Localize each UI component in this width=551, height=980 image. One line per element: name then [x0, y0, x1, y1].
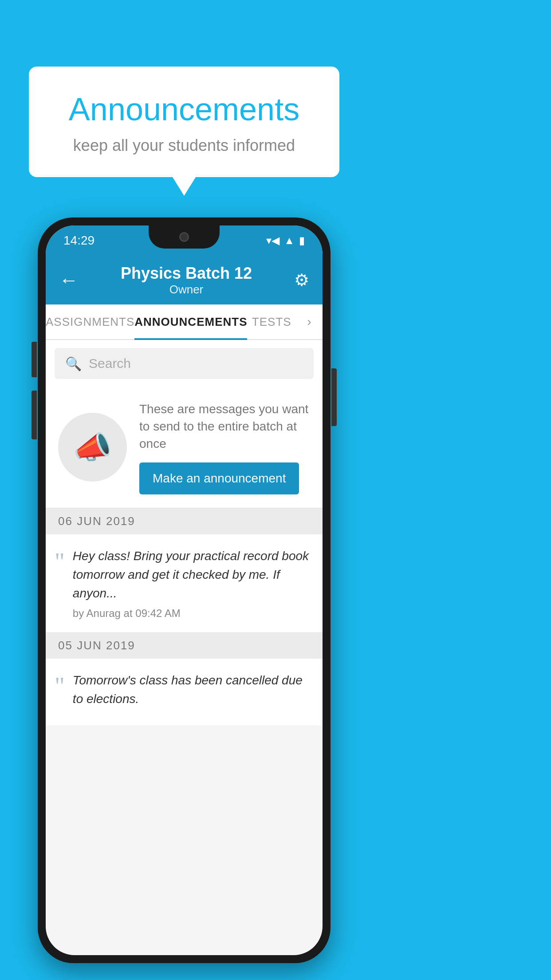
back-button[interactable]: ← — [59, 269, 79, 291]
announcement-content-1: Hey class! Bring your practical record b… — [73, 547, 310, 620]
quote-icon-2: " — [55, 671, 65, 699]
megaphone-circle: 📣 — [58, 413, 127, 482]
tab-tests[interactable]: TESTS — [247, 304, 296, 339]
front-camera — [179, 232, 189, 242]
announcement-text-1: Hey class! Bring your practical record b… — [73, 547, 310, 603]
header-subtitle: Owner — [121, 283, 252, 296]
wifi-icon: ▾◀ — [266, 234, 279, 247]
app-header: ← Physics Batch 12 Owner ⚙ — [46, 256, 323, 304]
status-icons: ▾◀ ▲ ▮ — [266, 234, 305, 247]
phone-device: 14:29 ▾◀ ▲ ▮ ← Physics Batch 12 Owner ⚙ — [38, 217, 331, 963]
megaphone-icon: 📣 — [73, 429, 112, 466]
phone-screen: 14:29 ▾◀ ▲ ▮ ← Physics Batch 12 Owner ⚙ — [46, 225, 323, 955]
search-container: 🔍 Search — [46, 340, 323, 387]
search-bar[interactable]: 🔍 Search — [55, 348, 314, 379]
header-title: Physics Batch 12 — [121, 264, 252, 283]
status-time: 14:29 — [63, 233, 94, 248]
announcement-meta-1: by Anurag at 09:42 AM — [73, 607, 310, 620]
speech-bubble-title: Announcements — [55, 91, 313, 127]
announcement-content-2: Tomorrow's class has been cancelled due … — [73, 671, 310, 713]
make-announcement-button[interactable]: Make an announcement — [139, 462, 299, 494]
date-separator-1: 06 JUN 2019 — [46, 508, 323, 534]
announcement-text-2: Tomorrow's class has been cancelled due … — [73, 671, 310, 708]
volume-button — [31, 391, 37, 439]
tab-assignments[interactable]: ASSIGNMENTS — [46, 304, 134, 339]
speech-bubble-container: Announcements keep all your students inf… — [29, 67, 339, 177]
speech-bubble: Announcements keep all your students inf… — [29, 67, 339, 177]
phone-notch — [149, 225, 220, 249]
header-center: Physics Batch 12 Owner — [121, 264, 252, 296]
search-icon: 🔍 — [65, 356, 82, 371]
search-placeholder: Search — [89, 356, 131, 371]
date-separator-2: 05 JUN 2019 — [46, 632, 323, 659]
announcement-item-2[interactable]: " Tomorrow's class has been cancelled du… — [46, 659, 323, 725]
battery-icon: ▮ — [299, 234, 305, 247]
tab-announcements[interactable]: ANNOUNCEMENTS — [134, 304, 247, 339]
screen-content: 14:29 ▾◀ ▲ ▮ ← Physics Batch 12 Owner ⚙ — [46, 225, 323, 955]
tab-more[interactable]: › — [296, 304, 323, 339]
announcement-item-1[interactable]: " Hey class! Bring your practical record… — [46, 534, 323, 632]
promo-card: 📣 These are messages you want to send to… — [46, 387, 323, 508]
signal-icon: ▲ — [284, 234, 295, 247]
tabs-bar: ASSIGNMENTS ANNOUNCEMENTS TESTS › — [46, 304, 323, 340]
speech-bubble-subtitle: keep all your students informed — [55, 136, 313, 155]
settings-button[interactable]: ⚙ — [294, 270, 309, 290]
promo-content: These are messages you want to send to t… — [139, 400, 310, 494]
promo-description: These are messages you want to send to t… — [139, 400, 310, 453]
quote-icon-1: " — [55, 547, 65, 574]
phone-outer-shell: 14:29 ▾◀ ▲ ▮ ← Physics Batch 12 Owner ⚙ — [38, 217, 331, 963]
power-button — [331, 368, 337, 426]
